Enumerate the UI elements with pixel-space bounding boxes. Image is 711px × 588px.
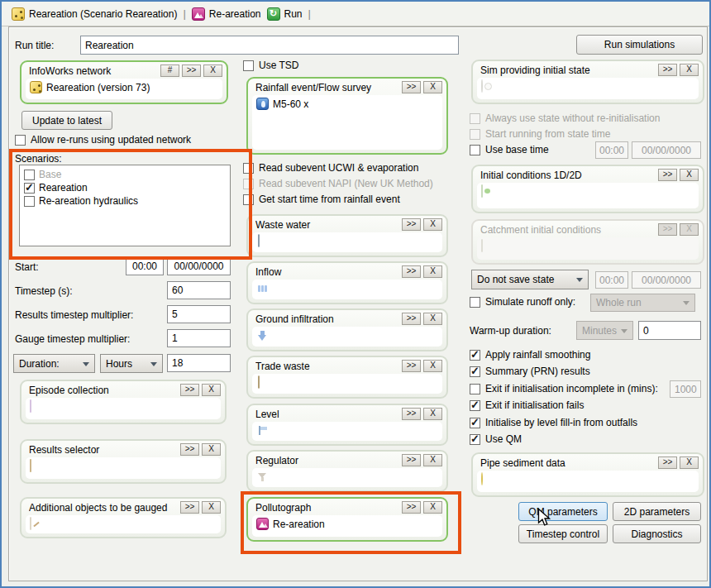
regulator-content[interactable] — [252, 468, 442, 487]
duration-value-field[interactable]: 18 — [167, 354, 231, 372]
get-start-time-checkbox[interactable]: Get start time from rainfall event — [243, 194, 400, 205]
2d-parameters-button[interactable]: 2D parameters — [613, 502, 701, 521]
network-expand-button[interactable]: >> — [182, 65, 201, 77]
ground-infiltration-clear-button[interactable]: X — [423, 313, 442, 325]
warmup-value-field[interactable]: 0 — [638, 321, 701, 340]
exit-fails-checkbox-box[interactable] — [470, 400, 480, 411]
initial-conditions-expand-button[interactable]: >> — [658, 169, 677, 181]
waste-water-clear-button[interactable]: X — [423, 218, 442, 231]
start-time-field[interactable]: 00:00 — [126, 257, 164, 275]
summary-prn-checkbox-box[interactable] — [470, 366, 480, 377]
tab-run[interactable]: Run — [267, 7, 303, 21]
allow-reruns-checkbox-box[interactable] — [15, 135, 26, 146]
pipe-sediment-clear-button[interactable]: X — [680, 457, 699, 469]
gauged-expand-button[interactable]: >> — [180, 501, 199, 514]
exit-fails-checkbox[interactable]: Exit if initialisation fails — [470, 399, 584, 411]
episode-expand-button[interactable]: >> — [180, 384, 199, 396]
pipe-sediment-expand-button[interactable]: >> — [658, 457, 677, 469]
pollutograph-expand-button[interactable]: >> — [402, 501, 421, 514]
regulator-expand-button[interactable]: >> — [402, 454, 421, 466]
use-tsd-checkbox[interactable]: Use TSD — [243, 60, 298, 71]
start-date-field[interactable]: 00/00/0000 — [167, 257, 231, 275]
ground-infiltration-expand-button[interactable]: >> — [402, 313, 421, 325]
ground-infiltration-content[interactable] — [252, 327, 442, 347]
results-expand-button[interactable]: >> — [180, 443, 199, 456]
pollutograph-content[interactable]: Re-areation — [252, 515, 442, 537]
scenario-hydraulics-checkbox[interactable] — [24, 196, 35, 207]
scenario-row-base[interactable]: Base — [21, 168, 228, 181]
level-fill-in-checkbox[interactable]: Initialise by level fill-in from outfall… — [470, 417, 637, 428]
trade-waste-clear-button[interactable]: X — [423, 360, 442, 372]
allow-reruns-checkbox[interactable]: Allow re-runs using updated network — [15, 134, 191, 146]
trade-waste-expand-button[interactable]: >> — [402, 360, 421, 372]
rainfall-smoothing-checkbox-box[interactable] — [470, 350, 480, 361]
trade-waste-content[interactable] — [252, 374, 442, 394]
initial-conditions-clear-button[interactable]: X — [680, 169, 699, 181]
run-title-input[interactable] — [80, 36, 459, 55]
summary-prn-checkbox[interactable]: Summary (PRN) results — [470, 366, 590, 377]
initial-conditions-content[interactable] — [477, 183, 699, 208]
episode-picker-content[interactable] — [26, 398, 221, 419]
tab-network-run[interactable]: Reareation (Scenario Reareation) — [12, 7, 177, 21]
use-qm-checkbox-box[interactable] — [470, 434, 480, 445]
simulate-runoff-checkbox-box[interactable] — [470, 297, 480, 308]
use-base-time-checkbox-box[interactable] — [470, 145, 480, 155]
update-to-latest-button[interactable]: Update to latest — [21, 111, 112, 130]
episode-clear-button[interactable]: X — [202, 384, 221, 396]
scenario-row-hydraulics[interactable]: Re-areation hydraulics — [21, 194, 228, 208]
use-base-time-checkbox[interactable]: Use base time — [470, 144, 549, 155]
rainfall-expand-button[interactable]: >> — [402, 81, 421, 93]
read-ucwi-checkbox[interactable]: Read subevent UCWI & evaporation — [243, 162, 418, 174]
use-tsd-checkbox-box[interactable] — [243, 60, 254, 71]
pipe-sediment-content[interactable] — [477, 471, 699, 492]
rainfall-picker-content[interactable]: M5-60 x — [252, 95, 442, 150]
diagnostics-button[interactable]: Diagnostics — [613, 524, 701, 543]
inflow-clear-button[interactable]: X — [423, 265, 442, 278]
exit-incomplete-checkbox-box[interactable] — [470, 384, 480, 394]
save-state-dropdown[interactable]: Do not save state — [471, 270, 589, 289]
start-from-state-checkbox: Start running from state time — [470, 128, 610, 140]
gauge-multiplier-field[interactable]: 1 — [167, 329, 231, 347]
pollutograph-clear-button[interactable]: X — [423, 501, 442, 514]
duration-unit-dropdown[interactable]: Hours — [100, 354, 163, 373]
gauged-picker-content[interactable] — [26, 515, 221, 533]
network-clear-button[interactable]: X — [203, 65, 222, 77]
results-picker-content[interactable] — [26, 457, 221, 479]
level-content[interactable] — [252, 422, 442, 441]
scenarios-listbox[interactable]: Base Reareation Re-areation hydraulics — [19, 165, 231, 246]
level-expand-button[interactable]: >> — [402, 408, 421, 420]
get-start-time-checkbox-box[interactable] — [243, 194, 254, 205]
waste-water-content[interactable] — [252, 232, 442, 252]
results-multiplier-field[interactable]: 5 — [167, 305, 231, 323]
inflow-expand-button[interactable]: >> — [402, 265, 421, 278]
level-fill-in-checkbox-box[interactable] — [470, 418, 480, 428]
timestep-field[interactable]: 60 — [167, 281, 231, 299]
regulator-clear-button[interactable]: X — [423, 454, 442, 466]
scenario-base-checkbox[interactable] — [24, 170, 35, 180]
rainfall-smoothing-checkbox[interactable]: Apply rainfall smoothing — [470, 349, 590, 361]
run-simulations-button[interactable]: Run simulations — [576, 35, 703, 55]
sim-initial-state-content[interactable] — [477, 78, 699, 99]
simulate-runoff-checkbox[interactable]: Simulate runoff only: — [470, 296, 575, 308]
waste-water-expand-button[interactable]: >> — [402, 218, 421, 231]
timestep-control-button[interactable]: Timestep control — [518, 524, 608, 543]
scenario-reareation-checkbox[interactable] — [24, 183, 35, 194]
rainfall-clear-button[interactable]: X — [423, 81, 442, 93]
gauged-clear-button[interactable]: X — [202, 501, 221, 514]
sim-state-clear-button[interactable]: X — [680, 64, 699, 76]
read-ucwi-checkbox-box[interactable] — [243, 163, 254, 174]
sim-state-expand-button[interactable]: >> — [658, 64, 677, 76]
qm-parameters-button[interactable]: QM parameters — [518, 502, 608, 521]
use-qm-checkbox[interactable]: Use QM — [470, 433, 522, 445]
regulator-title: Regulator — [255, 455, 399, 466]
level-clear-button[interactable]: X — [423, 408, 442, 420]
network-hash-button[interactable]: # — [160, 65, 179, 77]
scenario-row-reareation[interactable]: Reareation — [21, 181, 228, 194]
duration-dropdown[interactable]: Duration: — [13, 354, 95, 373]
inflow-content[interactable] — [252, 280, 442, 299]
exit-incomplete-mins-field[interactable]: 1000 — [670, 380, 701, 398]
network-picker-content[interactable]: Reareation (version 73) — [26, 79, 222, 99]
tab-pollutograph[interactable]: Re-areation — [192, 7, 261, 21]
exit-incomplete-checkbox[interactable]: Exit if initialisation incomplete in (mi… — [470, 383, 658, 394]
results-clear-button[interactable]: X — [202, 443, 221, 456]
